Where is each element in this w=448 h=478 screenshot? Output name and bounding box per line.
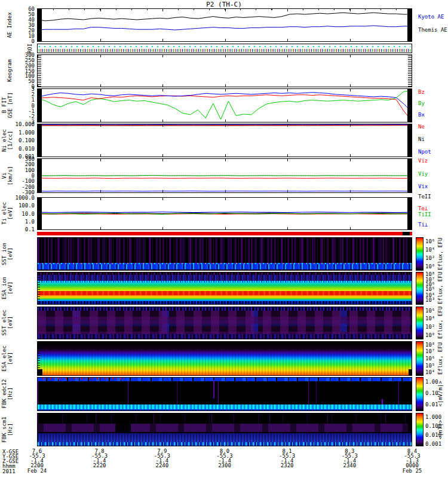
velocity-chart: [38, 159, 412, 192]
time-column: 8.1-55.3-1.42320: [274, 449, 301, 468]
line-label-bx: Bx: [418, 112, 425, 118]
sst-ion-axis-label: SST ion[eV]: [1, 243, 13, 265]
line-label-viz: Viz: [418, 158, 428, 164]
sst-ion-colorbar-unit: Eflux, EFU: [437, 238, 443, 270]
x-ticks: [38, 227, 412, 229]
esa-elec-spectrogram: 100010010: [37, 341, 412, 376]
time-column: 7.8-55.3-1.42220: [86, 449, 113, 468]
line-label-by: By: [418, 100, 425, 106]
ae-index-chart: [38, 9, 412, 41]
data-gap-notch: [409, 369, 412, 375]
line-label-npot: Npot: [418, 149, 431, 155]
data-gap-bar: [38, 124, 42, 157]
sst-elec-colorbar: [416, 307, 424, 339]
x-ticks: [38, 89, 412, 91]
esa-ion-axis-label: ESA ion[eV]: [1, 277, 13, 299]
esa-elec-colorbar-unit: Eflux, EFU: [437, 342, 443, 375]
status-flag-bar: [37, 232, 412, 235]
data-gap-bar: [407, 124, 412, 157]
row-label-year: 2011: [2, 468, 16, 474]
fbk-edc12-spectrogram: 100010010: [37, 377, 412, 411]
data-gap-bar: [407, 89, 412, 122]
tick-comb: [38, 55, 41, 87]
cyan-band: [38, 405, 412, 409]
esa-ion-spectrogram: 1000: [37, 272, 412, 305]
fbk-scm1-colorbar: [416, 413, 424, 446]
time-column: 8.4-55.3-1.30000Feb 25: [398, 449, 426, 473]
sst-elec-colorbar-unit: Eflux, EFU: [437, 307, 443, 339]
page-title: P2 (TH-C): [0, 1, 448, 8]
density-y-ticks: 10.0001.0000.1000.0100.001: [8, 124, 36, 157]
line-label-tipar: TiII: [418, 212, 431, 217]
blue-band: [38, 264, 412, 269]
time-column: 7.9-55.3-1.42240: [148, 449, 176, 468]
tick-comb: [38, 342, 40, 375]
fbk-scm1-spectrogram: 100010010: [37, 413, 412, 446]
line-label-tiperp: Ti⊥: [418, 222, 428, 228]
x-ticks: [38, 159, 412, 161]
line-label-ne: Ne: [418, 124, 425, 130]
temperature-y-ticks: 1000.0100.010.01.00.1: [8, 198, 36, 229]
fbk-scm1-colorbar-unit: <|nT|>: [437, 420, 443, 440]
x-ticks: [38, 39, 412, 41]
bfit-y-ticks: 3210-1-2-3: [8, 89, 36, 122]
temperature-chart: [38, 198, 412, 229]
x-ticks: [38, 120, 412, 122]
bfit-chart: [38, 89, 412, 122]
time-column: 7.6-55.3-1.42200Feb 24: [23, 449, 51, 473]
temperature-panel: 1000.0100.010.01.00.1: [37, 197, 412, 230]
line-label-ni: Ni: [418, 136, 425, 142]
bfit-panel: 3210-1-2-3: [37, 88, 412, 122]
purple-band: [38, 424, 412, 433]
density-panel: 10.0001.0000.1000.0100.001: [37, 124, 412, 157]
line-label-vix: Vix: [418, 183, 428, 189]
roi-panel: [37, 44, 412, 53]
x-ticks: [38, 198, 412, 200]
density-chart: [38, 124, 412, 157]
sst-elec-spectrogram: 10⁵: [37, 307, 412, 339]
data-gap-bar: [38, 89, 42, 122]
velocity-panel: 3002001000-100-200-300: [37, 158, 412, 193]
x-ticks: [38, 84, 412, 87]
esa-ion-colorbar-unit: Eflux, EFU: [437, 272, 443, 304]
ae-y-ticks: 6050403020100: [8, 9, 36, 41]
speckle-row: [38, 442, 412, 446]
esa-elec-axis-label: ESA elec[eV]: [1, 345, 13, 371]
sst-elec-axis-label: SST elec[eV]: [1, 310, 13, 335]
data-gap-bar: [407, 198, 412, 229]
data-gap-bar: [38, 198, 42, 229]
tick-comb: [38, 272, 40, 304]
roi-flag-dashes: [39, 49, 410, 52]
x-ticks: [38, 154, 412, 157]
sst-ion-spectrogram: 10⁶10⁵: [37, 237, 412, 271]
roi-cyan-dots: [39, 46, 410, 47]
fbk-scm1-axis-label: FBK scm1[Hz]: [1, 416, 13, 442]
data-gap-bar: [38, 9, 42, 41]
line-label-bz: Bz: [418, 89, 425, 95]
fbk-edc12-axis-label: FBK edc12[Hz]: [1, 379, 13, 409]
data-gap-bar: [38, 159, 42, 192]
x-ticks: [38, 190, 412, 192]
esa-ion-colorbar: [416, 272, 424, 305]
time-column: 8.0-55.3-1.42300: [211, 449, 238, 468]
time-column: 8.3-55.3-1.42340: [336, 449, 363, 468]
fbk-edc12-colorbar: [416, 377, 424, 411]
esa-elec-colorbar: [416, 341, 424, 376]
line-label-tepar: TeII: [418, 194, 431, 200]
fbk-edc12-colorbar-unit: <|mV/m|>: [437, 381, 443, 406]
velocity-y-ticks: 3002001000-100-200-300: [8, 159, 36, 192]
keogram-y-ticks: 300250200150100500: [8, 55, 36, 87]
x-ticks: [38, 55, 412, 57]
intense-flux-band: [38, 291, 412, 295]
data-gap-bar: [407, 159, 412, 192]
line-label-kyoto-ae: Kyoto AE: [418, 14, 444, 20]
data-gap-bar: [407, 9, 412, 41]
ae-index-panel: 6050403020100: [37, 8, 412, 42]
tick-comb: [408, 55, 412, 87]
sst-ion-colorbar: [416, 237, 424, 271]
burst-spike: [213, 380, 214, 398]
keogram-panel: 300250200150100500: [37, 54, 412, 87]
x-ticks: [38, 124, 412, 127]
status-flag-gap: [403, 232, 410, 235]
themis-summary-plot: P2 (TH-C) AE Index ROI Keogram B FITGSE …: [0, 0, 448, 478]
